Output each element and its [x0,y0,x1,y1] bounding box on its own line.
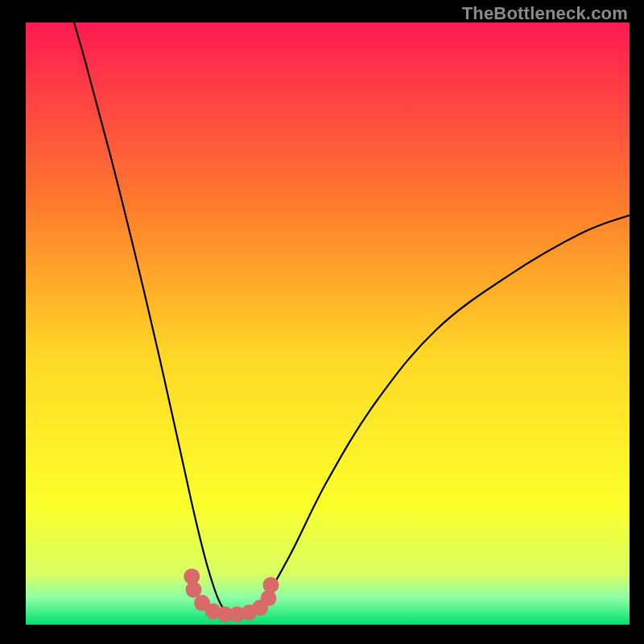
data-marker [186,582,202,598]
watermark-text: TheBottleneck.com [462,3,628,24]
data-marker [263,577,279,593]
chart-frame: TheBottleneck.com [0,0,644,644]
gradient-background [26,23,630,625]
chart-svg [26,23,630,625]
plot-area [26,23,630,625]
